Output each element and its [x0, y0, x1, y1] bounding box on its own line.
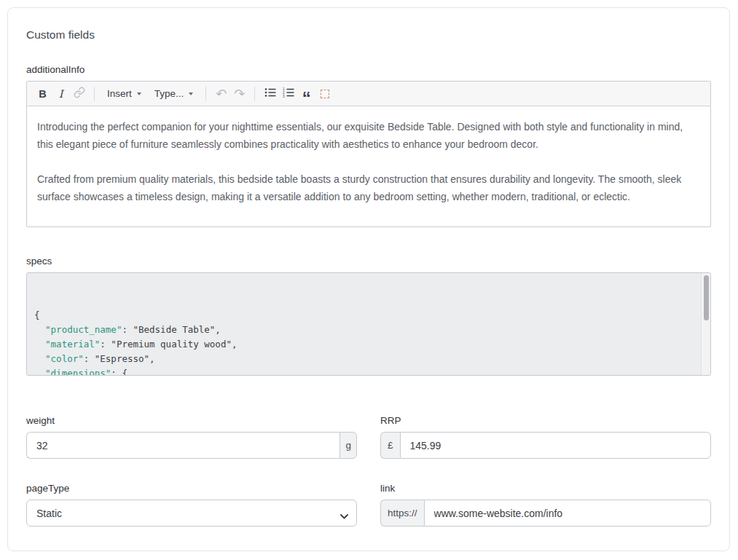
- bold-button[interactable]: B: [34, 84, 52, 103]
- weight-input[interactable]: [26, 432, 339, 459]
- specs-code: { "product_name": "Bedside Table", "mate…: [34, 308, 691, 376]
- insert-dropdown-label: Insert: [107, 88, 132, 99]
- rrp-currency-addon: £: [380, 432, 400, 459]
- scrollbar-track[interactable]: [701, 273, 710, 375]
- rich-text-editor: B I Insert Type... ↶ ↷: [26, 81, 711, 227]
- specs-code-line: {: [34, 308, 691, 323]
- weight-field-group: weight g: [26, 415, 357, 459]
- panel-title: Custom fields: [26, 28, 711, 42]
- bullet-list-icon: [264, 87, 276, 100]
- editor-paragraph: Crafted from premium quality materials, …: [37, 170, 700, 205]
- weight-unit-addon: g: [339, 432, 357, 459]
- link-protocol-addon: https://: [380, 500, 424, 527]
- specs-textarea[interactable]: { "product_name": "Bedside Table", "mate…: [26, 272, 711, 376]
- blockquote-icon: “: [302, 95, 311, 102]
- additional-info-label: additionalInfo: [26, 64, 711, 75]
- editor-paragraph: Introducing the perfect companion for yo…: [37, 118, 700, 153]
- toolbar-divider: [94, 87, 95, 101]
- specs-code-line: "material": "Premium quality wood",: [34, 337, 691, 352]
- chevron-down-icon: [189, 92, 193, 95]
- redo-icon: ↷: [234, 87, 245, 100]
- scrollbar-thumb[interactable]: [704, 275, 709, 320]
- embed-icon: [321, 90, 329, 98]
- link-field-group: link https://: [380, 483, 711, 527]
- weight-label: weight: [26, 415, 357, 426]
- page-type-select[interactable]: Static: [26, 500, 357, 527]
- numbered-list-button[interactable]: 1 2 3: [279, 84, 297, 103]
- resize-handle-icon[interactable]: [702, 366, 709, 374]
- link-button[interactable]: [70, 84, 88, 103]
- rrp-field-group: RRP £: [380, 415, 711, 459]
- toolbar-divider: [254, 87, 255, 101]
- specs-code-line: "product_name": "Bedside Table",: [34, 323, 691, 337]
- custom-fields-panel: Custom fields additionalInfo B I Insert: [7, 7, 730, 551]
- undo-icon: ↶: [216, 87, 227, 100]
- chevron-down-icon: [137, 92, 141, 95]
- embed-button[interactable]: [315, 84, 334, 103]
- type-dropdown-label: Type...: [154, 88, 184, 99]
- undo-button[interactable]: ↶: [212, 84, 230, 103]
- editor-toolbar: B I Insert Type... ↶ ↷: [27, 82, 710, 106]
- editor-content[interactable]: Introducing the perfect companion for yo…: [27, 106, 710, 226]
- link-label: link: [380, 483, 711, 494]
- specs-label: specs: [26, 256, 711, 267]
- link-icon: [74, 87, 85, 100]
- rrp-label: RRP: [380, 415, 711, 426]
- insert-dropdown[interactable]: Insert: [101, 84, 148, 103]
- numbered-list-icon: 1 2 3: [283, 87, 294, 100]
- blockquote-button[interactable]: “: [297, 84, 315, 103]
- rrp-input[interactable]: [400, 432, 711, 459]
- italic-button[interactable]: I: [52, 84, 70, 103]
- type-dropdown[interactable]: Type...: [148, 84, 200, 103]
- toolbar-divider: [205, 87, 206, 101]
- bullet-list-button[interactable]: [261, 84, 279, 103]
- redo-button[interactable]: ↷: [230, 84, 248, 103]
- svg-text:3: 3: [283, 95, 285, 98]
- specs-code-line: "color": "Espresso",: [34, 352, 691, 366]
- page-type-label: pageType: [26, 483, 357, 494]
- link-input[interactable]: [424, 500, 711, 527]
- specs-code-line: "dimensions": {: [34, 366, 691, 376]
- page-type-field-group: pageType Static: [26, 483, 357, 527]
